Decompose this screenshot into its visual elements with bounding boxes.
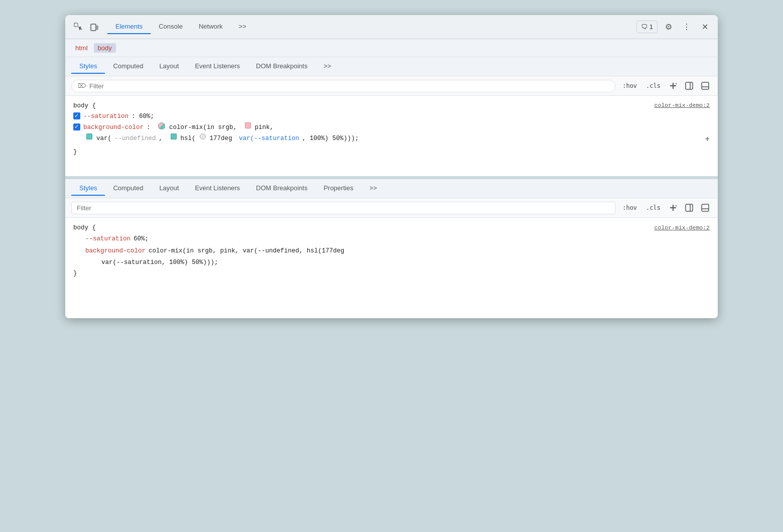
sub-tab-more[interactable]: >> <box>316 59 339 74</box>
property-bg-color-cont: var(--undefined, hsl( 177deg var(--satur… <box>73 133 710 147</box>
inspect-icon[interactable] <box>71 20 85 34</box>
saturation2-prop-name[interactable]: --saturation <box>85 234 130 244</box>
filter-bar-top: ⌦ :hov .cls <box>65 76 718 96</box>
expand-icon[interactable] <box>699 79 712 92</box>
filter-input2[interactable] <box>77 204 610 212</box>
filter-input-wrapper: ⌦ <box>71 80 615 92</box>
property2-bg-color-cont: var(--saturation, 100%) 50%))); <box>73 257 710 269</box>
main-tab-bar: Elements Console Network >> <box>107 20 254 34</box>
hsl-end: , 100%) 50%))); <box>302 134 359 144</box>
expand-icon2[interactable] <box>699 201 712 214</box>
bgcolor2-prop-name[interactable]: background-color <box>85 246 146 256</box>
color-mix-text: color-mix(in srgb, <box>169 122 241 132</box>
saturation-prop-value: : 60%; <box>132 111 154 121</box>
breadcrumb-html[interactable]: html <box>71 43 92 53</box>
toggle-sidebar-icon[interactable] <box>683 79 696 92</box>
close-brace: } <box>73 147 710 157</box>
add-property-icon[interactable]: + <box>705 134 710 147</box>
sub-tab2-more[interactable]: >> <box>361 181 385 196</box>
bgcolor-colon: : <box>147 122 154 132</box>
bgcolor-checkbox[interactable] <box>73 123 80 130</box>
badge-count: 1 <box>649 23 653 31</box>
filter-input-wrapper2 <box>71 202 615 214</box>
filter-input[interactable] <box>89 82 609 90</box>
filter-actions2: :hov .cls <box>619 201 712 214</box>
code-area-bottom: body { color-mix-demo:2 --saturation 60%… <box>65 218 718 318</box>
sub-tab2-layout[interactable]: Layout <box>151 181 187 196</box>
sub-tab-event-listeners[interactable]: Event Listeners <box>187 59 248 74</box>
property-saturation: --saturation : 60%; <box>73 111 710 122</box>
hsl-deg: 177deg <box>210 134 236 144</box>
panel-top: Styles Computed Layout Event Listeners D… <box>65 57 718 179</box>
code-area-top: body { color-mix-demo:2 --saturation : 6… <box>65 96 718 176</box>
settings-icon[interactable]: ⚙ <box>662 20 676 34</box>
source-link2[interactable]: color-mix-demo:2 <box>655 223 710 233</box>
close-icon[interactable]: ✕ <box>698 20 712 34</box>
bgcolor-prop-name[interactable]: background-color <box>83 122 144 132</box>
source-link[interactable]: color-mix-demo:2 <box>655 101 710 110</box>
sub-tab2-computed[interactable]: Computed <box>105 181 151 196</box>
add-style-rule-icon[interactable] <box>667 79 680 92</box>
color-mix-swatch[interactable] <box>158 122 165 129</box>
tab-console[interactable]: Console <box>151 20 191 34</box>
sub-tab2-properties[interactable]: Properties <box>316 181 361 196</box>
saturation-var-ref[interactable]: var(--saturation <box>239 134 299 144</box>
rule-header2: body { color-mix-demo:2 <box>73 223 710 233</box>
hov-button[interactable]: :hov <box>619 81 640 91</box>
message-icon: 🗨 <box>641 23 647 31</box>
saturation-prop-name[interactable]: --saturation <box>83 111 128 121</box>
tab-more[interactable]: >> <box>231 20 254 34</box>
saturation2-value: 60%; <box>134 234 149 244</box>
sub-tab-dom-breakpoints[interactable]: DOM Breakpoints <box>248 59 316 74</box>
tab-network[interactable]: Network <box>191 20 231 34</box>
breadcrumb-body[interactable]: body <box>94 43 116 53</box>
svg-rect-11 <box>686 204 693 211</box>
panel-bottom: Styles Computed Layout Event Listeners D… <box>65 179 718 318</box>
svg-rect-0 <box>74 23 78 27</box>
svg-rect-13 <box>702 204 709 211</box>
selector-text: body { <box>73 101 96 111</box>
sub-tab2-styles[interactable]: Styles <box>71 181 105 196</box>
more-options-icon[interactable]: ⋮ <box>680 20 694 34</box>
svg-rect-2 <box>97 26 98 30</box>
rule-header: body { color-mix-demo:2 <box>73 101 710 111</box>
hsl-circle-swatch[interactable] <box>200 134 206 140</box>
sub-tab-styles[interactable]: Styles <box>71 59 105 74</box>
selector-text2: body { <box>73 223 96 233</box>
sub-tab-bar-bottom: Styles Computed Layout Event Listeners D… <box>65 179 718 198</box>
property-bg-color: background-color : color-mix(in srgb, pi… <box>73 122 710 133</box>
hov-button2[interactable]: :hov <box>619 203 640 213</box>
saturation-checkbox[interactable] <box>73 112 80 119</box>
main-toolbar: Elements Console Network >> 🗨 1 ⚙ ⋮ ✕ <box>65 15 718 39</box>
code-body: --saturation : 60%; background-color : c… <box>73 111 710 147</box>
cls-button2[interactable]: .cls <box>643 203 664 213</box>
breadcrumb-bar: html body <box>65 39 718 57</box>
filter-funnel-icon: ⌦ <box>78 82 86 89</box>
toolbar-right: 🗨 1 ⚙ ⋮ ✕ <box>636 20 712 34</box>
pink-text: pink, <box>255 122 274 132</box>
messages-badge[interactable]: 🗨 1 <box>636 21 658 33</box>
close-brace2: } <box>73 269 710 279</box>
svg-rect-7 <box>702 82 709 89</box>
property2-bg-color: background-color color-mix(in srgb, pink… <box>73 245 710 257</box>
cls-button[interactable]: .cls <box>643 81 664 91</box>
sub-tab-computed[interactable]: Computed <box>105 59 151 74</box>
sub-tab-bar-top: Styles Computed Layout Event Listeners D… <box>65 57 718 76</box>
sub-tab2-dom-breakpoints[interactable]: DOM Breakpoints <box>248 181 316 196</box>
device-icon[interactable] <box>87 20 101 34</box>
bgcolor2-value: color-mix(in srgb, pink, var(--undefined… <box>149 246 344 256</box>
add-style-rule-icon2[interactable] <box>667 201 680 214</box>
filter-bar-bottom: :hov .cls <box>65 198 718 218</box>
teal-swatch[interactable] <box>86 134 92 140</box>
sub-tab2-event-listeners[interactable]: Event Listeners <box>187 181 248 196</box>
pink-swatch[interactable] <box>245 122 251 128</box>
devtools-window: Elements Console Network >> 🗨 1 ⚙ ⋮ ✕ ht… <box>65 15 718 318</box>
toggle-sidebar-icon2[interactable] <box>683 201 696 214</box>
filter-actions: :hov .cls <box>619 79 712 92</box>
tab-elements[interactable]: Elements <box>107 20 151 34</box>
property2-saturation: --saturation 60%; <box>73 233 710 245</box>
sub-tab-layout[interactable]: Layout <box>151 59 187 74</box>
var-text: var( <box>96 134 111 144</box>
svg-rect-1 <box>91 24 96 31</box>
teal-swatch2[interactable] <box>171 134 177 140</box>
